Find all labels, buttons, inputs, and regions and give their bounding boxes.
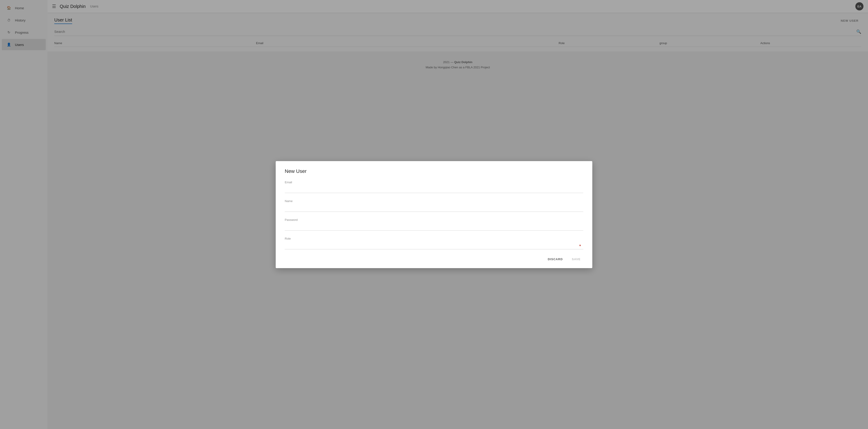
new-user-modal: New User EmailNamePasswordRole▼ DISCARD … [276,161,592,268]
form-label-role: Role [285,237,583,240]
form-field-email: Email [285,181,583,193]
email-input[interactable] [285,185,583,193]
role-select-wrapper: ▼ [285,242,583,249]
discard-button[interactable]: DISCARD [545,256,566,263]
modal-actions: DISCARD SAVE [285,256,583,263]
form-field-name: Name [285,200,583,212]
role-select[interactable] [285,242,583,249]
save-button[interactable]: SAVE [569,256,583,263]
form-field-password: Password [285,218,583,231]
form-label-name: Name [285,200,583,203]
modal-title: New User [285,168,583,174]
modal-overlay[interactable]: New User EmailNamePasswordRole▼ DISCARD … [0,0,868,429]
name-input[interactable] [285,204,583,212]
form-field-role: Role▼ [285,237,583,249]
form-label-password: Password [285,218,583,221]
form-label-email: Email [285,181,583,184]
password-input[interactable] [285,223,583,231]
